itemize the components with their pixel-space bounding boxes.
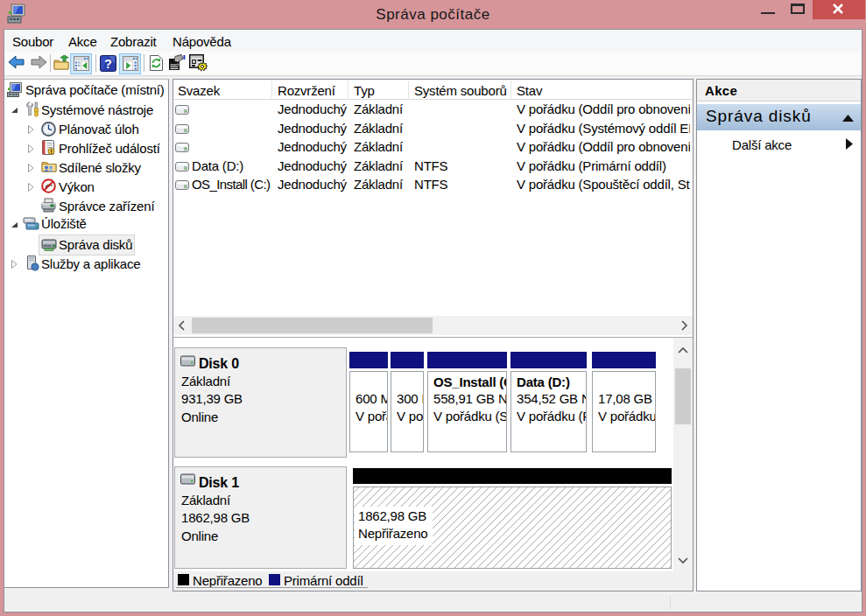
svg-text:?: ?: [104, 57, 112, 71]
